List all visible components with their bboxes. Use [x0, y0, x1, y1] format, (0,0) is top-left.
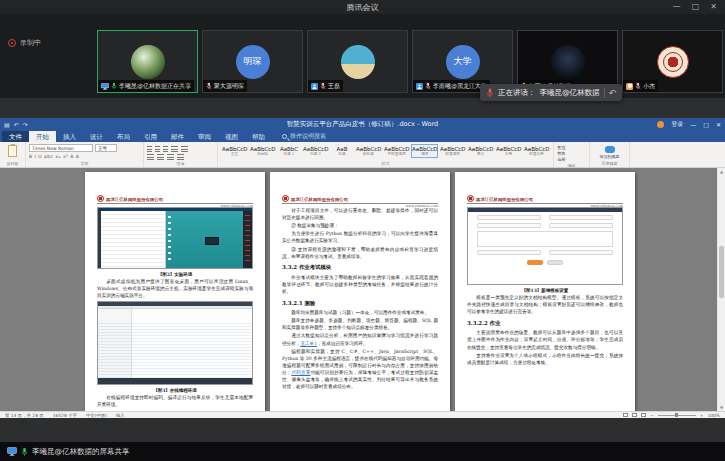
mic-on-icon — [21, 447, 28, 457]
window-controls: — □ ✕ — [673, 0, 717, 14]
tab-references[interactable]: 引用 — [137, 131, 164, 142]
language[interactable]: 中文(中国) — [86, 413, 107, 418]
web-layout-icon[interactable] — [641, 413, 646, 417]
video-tiles: 李曦昆@亿林数据正在共享 明琛 聚大源明琛 王磊 大学 — [97, 30, 723, 93]
company-logo-icon — [97, 195, 104, 202]
print-layout-icon[interactable] — [632, 413, 637, 417]
font-name-select[interactable]: Times New Roman — [29, 144, 93, 152]
mic-muted-icon — [425, 82, 431, 90]
scroll-up-icon[interactable]: ▲ — [718, 169, 725, 174]
speaking-mic-icon — [486, 88, 494, 98]
shared-word-window: ▤ ↶ ↷ 智慧实训云平台产品白皮书（修订稿）.docx - Word 登录 —… — [0, 118, 725, 418]
find-button[interactable]: 查找 — [557, 145, 586, 150]
avatar-university-seal — [657, 46, 689, 78]
tab-view[interactable]: 视图 — [218, 131, 245, 142]
read-mode-icon[interactable] — [623, 413, 628, 417]
zoom-out-icon[interactable]: − — [650, 413, 654, 418]
netdisk-group: 保存到网盘 百度网盘 — [590, 142, 630, 167]
word-minimize-button[interactable]: — — [690, 121, 696, 128]
paste-icon[interactable] — [8, 145, 17, 157]
word-count[interactable]: 16528 个字 — [53, 413, 77, 418]
meeting-window-title: 腾讯会议 — [347, 2, 379, 13]
close-button[interactable]: ✕ — [710, 0, 717, 14]
paragraph: ③ 支持课程资源的整理和下发，帮助老师发布内容或检查学习进度情况，布置课程作业与… — [282, 246, 438, 260]
hyperlink[interactable]: 代码查重 — [291, 370, 310, 375]
participant-name: 李曦昆@亿林数据正在共享 — [119, 82, 191, 91]
tab-design[interactable]: 设计 — [83, 131, 110, 142]
style-item[interactable]: AaB标题 — [330, 144, 354, 158]
paragraph: 为方便学生进行 Python 数据分析科目的学习，可以向学生提供海量真实公共数据… — [282, 230, 438, 244]
tab-layout[interactable]: 布局 — [110, 131, 137, 142]
section-heading: 3.3.2.1 测验 — [282, 300, 438, 307]
meeting-titlebar: 腾讯会议 — □ ✕ — [0, 0, 725, 14]
vertical-scrollbar[interactable]: ▲ ▼ — [717, 168, 725, 411]
participant-name: 小杰 — [643, 82, 655, 91]
scroll-down-icon[interactable]: ▼ — [718, 405, 725, 410]
word-maximize-button[interactable]: □ — [703, 121, 709, 128]
zoom-in-icon[interactable]: + — [700, 413, 704, 418]
avatar — [131, 45, 165, 79]
participant-tile[interactable]: 明琛 聚大源明琛 — [202, 30, 303, 93]
login-button[interactable]: 登录 — [671, 120, 683, 129]
style-item[interactable]: AaBbCcD引用 — [495, 144, 522, 158]
participant-tile[interactable]: 小杰 — [622, 30, 723, 93]
hyperlink[interactable]: 见工单1 — [300, 341, 317, 346]
redo-icon[interactable]: ↷ — [23, 121, 28, 128]
tab-review[interactable]: 审阅 — [191, 131, 218, 142]
save-icon[interactable]: ▤ — [4, 121, 10, 128]
netdisk-cloud-icon[interactable] — [605, 146, 615, 153]
recording-label: 录制中 — [20, 38, 41, 48]
style-item[interactable]: AaBbCcD无间隔 — [249, 144, 276, 158]
word-titlebar: ▤ ↶ ↷ 智慧实训云平台产品白皮书（修订稿）.docx - Word 登录 —… — [0, 118, 725, 131]
font-size-select[interactable]: 五号 — [95, 144, 117, 152]
style-item[interactable]: AaBbCcD不明显强调 — [383, 144, 410, 158]
style-item[interactable]: AaBbCcD明显强调 — [439, 144, 466, 158]
tab-file[interactable]: 文件 — [2, 131, 29, 142]
word-close-button[interactable]: ✕ — [716, 121, 721, 128]
screen-share-banner: 李曦昆@亿林数据的屏幕共享 — [0, 442, 725, 461]
figure-template-form — [467, 207, 623, 285]
minimize-button[interactable]: — — [673, 0, 681, 14]
avatar-initials: 大学 — [446, 45, 480, 79]
page-count[interactable]: 第 13 页，共 28 页 — [5, 413, 44, 418]
undo-icon[interactable]: ↶ — [14, 121, 19, 128]
participant-label: 王磊 — [308, 80, 343, 92]
zoom-slider[interactable] — [658, 415, 696, 416]
font-format-icons[interactable]: B I U abc x₂ x² A A — [29, 154, 140, 159]
form-submit-button — [527, 260, 543, 265]
style-item[interactable]: AaBbCcD明显引用 — [523, 144, 550, 158]
tab-home[interactable]: 开始 — [29, 131, 56, 142]
participant-tile-sharing[interactable]: 李曦昆@亿林数据正在共享 — [97, 30, 198, 93]
mic-muted-icon — [635, 82, 641, 90]
group-label: 段落 — [147, 160, 214, 166]
member-icon — [311, 83, 318, 90]
tab-insert[interactable]: 插入 — [56, 131, 83, 142]
company-name: 黑龙江亿林网络股份有限公司 — [291, 197, 348, 202]
zoom-level[interactable]: 100% — [707, 413, 720, 418]
document-canvas[interactable]: 黑龙江亿林网络股份有限公司 www.yilindata.com 【图2】实验环境… — [0, 168, 717, 411]
style-item[interactable]: AaBbC标题 1 — [277, 144, 301, 158]
page-header: 黑龙江亿林网络股份有限公司 www.yilindata.com — [282, 194, 438, 204]
tell-me-search[interactable]: 操作说明搜索 — [282, 131, 326, 142]
tab-help[interactable]: 帮助 — [245, 131, 272, 142]
reply-arrow-icon[interactable]: ↶ — [609, 88, 617, 98]
participant-tile[interactable]: 王磊 — [307, 30, 408, 93]
netdisk-save-button[interactable]: 保存到网盘 — [593, 154, 626, 159]
style-item[interactable]: AaBbCcD副标题 — [355, 144, 382, 158]
scrollbar-thumb[interactable] — [719, 246, 724, 298]
paragraph: 主要说明发布作业的场景。教师可以从题库中选择多个题目，也可以直接上传附件作为作业… — [467, 329, 623, 350]
style-item[interactable]: AaBbCcD要点 — [467, 144, 494, 158]
style-item[interactable]: AaBbCcD标题 2 — [302, 144, 329, 158]
quick-access-toolbar: ▤ ↶ ↷ — [4, 118, 28, 131]
style-item[interactable]: AaBbCcD正文 — [221, 144, 248, 158]
replace-button[interactable]: 替换 — [557, 151, 586, 156]
list-icons[interactable] — [147, 146, 214, 152]
participant-name: 聚大源明琛 — [214, 82, 244, 91]
zoom-slider-knob[interactable] — [675, 413, 678, 417]
paragraph: 对于工程项目文件，可以进行重命名、删除、新建等操作，同时还可以对历史版本进行回溯… — [282, 207, 438, 221]
style-item-selected[interactable]: AaBbCcD强调 — [411, 144, 438, 158]
insert-mode[interactable]: 插入 — [116, 413, 125, 418]
maximize-button[interactable]: □ — [692, 0, 700, 14]
tab-mailings[interactable]: 邮件 — [164, 131, 191, 142]
recording-indicator: 录制中 — [8, 38, 41, 48]
